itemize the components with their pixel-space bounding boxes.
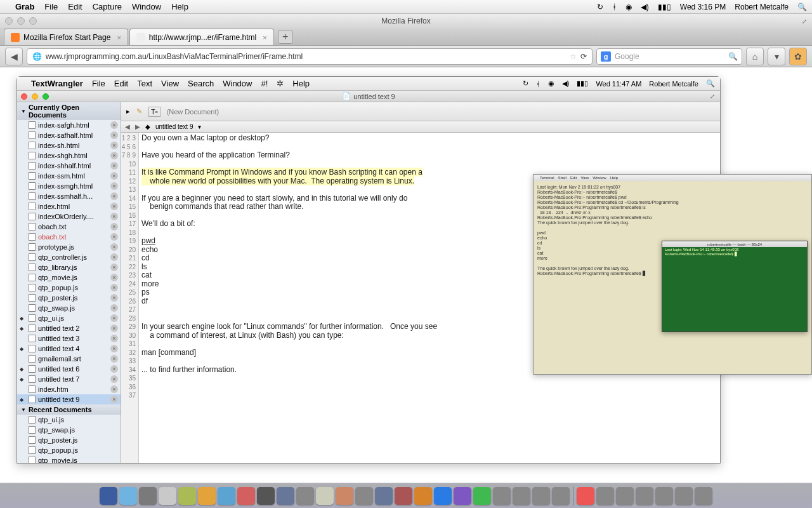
- dock-app-icon[interactable]: [675, 487, 693, 505]
- dock-app-icon[interactable]: [119, 487, 137, 505]
- file-item[interactable]: obach.txt×: [17, 232, 121, 242]
- file-item[interactable]: qtp_controller.js×: [17, 252, 121, 262]
- menu-capture[interactable]: Capture: [93, 2, 122, 11]
- dock-app-icon[interactable]: [237, 487, 255, 505]
- file-item[interactable]: qtp_poster.js: [17, 435, 121, 445]
- bookmark-star-icon[interactable]: ☆: [570, 52, 577, 61]
- dock-app-icon[interactable]: [655, 487, 673, 505]
- new-tab-button[interactable]: +: [278, 30, 293, 44]
- dock-app-icon[interactable]: [532, 487, 550, 505]
- dock-app-icon[interactable]: [695, 487, 712, 505]
- dock-app-icon[interactable]: [198, 487, 216, 505]
- file-item[interactable]: qtp_swap.js: [17, 425, 121, 435]
- menu-window[interactable]: Window: [132, 2, 161, 11]
- file-item[interactable]: index-ssm.html×: [17, 171, 121, 181]
- file-item[interactable]: index-ssmhalf.h...×: [17, 191, 121, 201]
- file-item[interactable]: obach.txt×: [17, 222, 121, 232]
- addon-button[interactable]: ✿: [789, 48, 807, 65]
- file-item[interactable]: ◆untitled text 7×: [17, 374, 121, 384]
- volume-icon[interactable]: ◀): [641, 3, 649, 11]
- dock-app-icon[interactable]: [257, 487, 275, 505]
- menu-help[interactable]: Help: [171, 2, 188, 11]
- home-button[interactable]: ⌂: [746, 48, 764, 65]
- file-item[interactable]: qtp_popup.js×: [17, 283, 121, 293]
- search-bar[interactable]: g Google 🔍: [596, 48, 742, 65]
- dock-app-icon[interactable]: [100, 487, 117, 505]
- dock-app-icon[interactable]: [473, 487, 491, 505]
- dock-app-icon[interactable]: [316, 487, 334, 505]
- dock-app-icon[interactable]: [277, 487, 294, 505]
- url-bar[interactable]: 🌐 www.rjmprogramming.com.au/LinuxBashVia…: [27, 48, 593, 65]
- file-item[interactable]: gmailemail.srt×: [17, 354, 121, 364]
- dock-app-icon[interactable]: [434, 487, 452, 505]
- menubar-clock[interactable]: Wed 3:16 PM: [680, 3, 726, 11]
- file-item[interactable]: indexOkOrderly....×: [17, 211, 121, 222]
- dock-app-icon[interactable]: [552, 487, 570, 505]
- minimize-window-button[interactable]: [17, 17, 25, 25]
- file-item[interactable]: prototype.js×: [17, 242, 121, 252]
- fullscreen-icon[interactable]: ⤢: [802, 18, 807, 25]
- file-item[interactable]: untitled text 3×: [17, 333, 121, 344]
- dock-app-icon[interactable]: [513, 487, 530, 505]
- terminal-menubar: TerminalShellEditViewWindowHelp: [534, 175, 811, 181]
- file-item[interactable]: qtp_library.js×: [17, 262, 121, 272]
- dock-app-icon[interactable]: [596, 487, 614, 505]
- file-item[interactable]: ◆untitled text 9×: [17, 394, 121, 404]
- file-item[interactable]: index.html×: [17, 201, 121, 211]
- editor-toolbar: ▸ ✎ T▫ (New Document): [121, 102, 720, 121]
- bookmarks-button[interactable]: ▾: [768, 48, 785, 65]
- menubar-user[interactable]: Robert Metcalfe: [735, 3, 789, 11]
- menu-file[interactable]: File: [44, 2, 58, 11]
- file-item[interactable]: qtp_movie.js×: [17, 272, 121, 283]
- menu-item: ✲: [277, 79, 284, 88]
- dock-app-icon[interactable]: [454, 487, 471, 505]
- file-item[interactable]: qtp_ui.js: [17, 415, 121, 425]
- file-item[interactable]: index-safhalf.html×: [17, 130, 121, 140]
- dock-app-icon[interactable]: [493, 487, 511, 505]
- timemachine-icon[interactable]: ↻: [597, 3, 603, 11]
- dock-app-icon[interactable]: [355, 487, 373, 505]
- menu-edit[interactable]: Edit: [68, 2, 82, 11]
- browser-tab[interactable]: Mozilla Firefox Start Page ×: [4, 29, 128, 45]
- dock-app-icon[interactable]: [178, 487, 196, 505]
- file-item[interactable]: ◆untitled text 6×: [17, 364, 121, 374]
- dock-app-icon[interactable]: [218, 487, 235, 505]
- close-window-button[interactable]: [5, 17, 13, 25]
- file-item[interactable]: qtp_swap.js×: [17, 303, 121, 313]
- bluetooth-icon[interactable]: ᚼ: [612, 3, 617, 11]
- dock-app-icon[interactable]: [395, 487, 412, 505]
- dock-app-icon[interactable]: [139, 487, 157, 505]
- file-item[interactable]: ◆qtp_ui.js×: [17, 313, 121, 323]
- search-icon[interactable]: 🔍: [728, 52, 738, 61]
- file-item[interactable]: index-shhalf.html×: [17, 161, 121, 171]
- dock-app-icon[interactable]: [159, 487, 176, 505]
- dock-app-icon[interactable]: [577, 487, 594, 505]
- file-item[interactable]: qtp_poster.js×: [17, 293, 121, 303]
- reload-icon[interactable]: ⟳: [580, 52, 587, 61]
- file-item[interactable]: ◆untitled text 2×: [17, 323, 121, 333]
- file-item[interactable]: index-shgh.html×: [17, 150, 121, 161]
- dock-app-icon[interactable]: [336, 487, 353, 505]
- dock-app-icon[interactable]: [296, 487, 314, 505]
- wifi-icon[interactable]: ◉: [625, 3, 632, 11]
- file-item[interactable]: index-ssmgh.html×: [17, 181, 121, 191]
- file-item[interactable]: qtp_popup.js: [17, 445, 121, 455]
- dock-app-icon[interactable]: [375, 487, 393, 505]
- close-tab-icon[interactable]: ×: [263, 34, 266, 41]
- dock-app-icon[interactable]: [414, 487, 432, 505]
- close-tab-icon[interactable]: ×: [117, 34, 121, 41]
- file-item[interactable]: qtp_movie.js: [17, 455, 121, 463]
- spotlight-icon[interactable]: 🔍: [797, 3, 807, 11]
- zoom-window-button[interactable]: [29, 17, 37, 25]
- file-item[interactable]: index-safgh.html×: [17, 120, 121, 130]
- menubar-app[interactable]: Grab: [15, 2, 34, 11]
- dock-app-icon[interactable]: [636, 487, 653, 505]
- browser-tab[interactable]: http://www.rjmp...er/iFrame.html ×: [129, 29, 274, 45]
- dock[interactable]: [0, 483, 812, 508]
- file-item[interactable]: index-sh.html×: [17, 140, 121, 150]
- back-button[interactable]: ◀: [5, 48, 23, 65]
- battery-icon[interactable]: ▮▮▯: [658, 3, 671, 11]
- file-item[interactable]: ◆untitled text 4×: [17, 344, 121, 354]
- dock-app-icon[interactable]: [616, 487, 634, 505]
- file-item[interactable]: index.htm×: [17, 384, 121, 394]
